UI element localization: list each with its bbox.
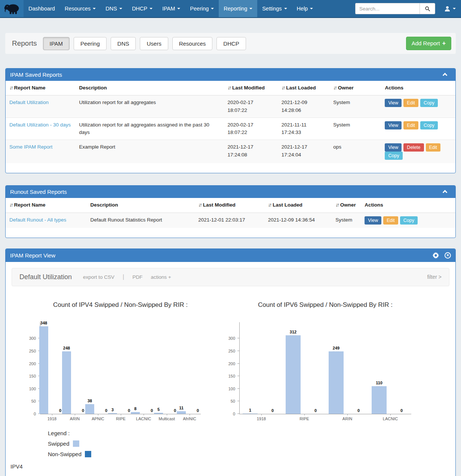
x-axis-label-1918: 1918 <box>245 416 278 421</box>
user-menu[interactable] <box>439 0 461 17</box>
column-header-description: Description <box>87 198 195 213</box>
bar-value-label: 3 <box>103 408 122 412</box>
copy-button[interactable]: Copy <box>385 152 402 160</box>
y-tick-label: 200 <box>222 361 235 366</box>
column-header-last-loaded[interactable]: ↓↑Last Loaded <box>264 198 332 213</box>
toolbar-link-export-to-csv[interactable]: export to CSV <box>83 274 114 280</box>
filter-toggle[interactable]: filter > <box>427 274 442 280</box>
column-header-report-name[interactable]: ↓↑Report Name <box>6 198 87 213</box>
ipam-saved-reports-heading: IPAM Saved Reports <box>6 68 455 81</box>
collapse-chevron-up-icon[interactable] <box>443 73 448 78</box>
tab-dns[interactable]: DNS <box>111 37 136 50</box>
tab-dhcp[interactable]: DHCP <box>216 37 246 50</box>
edit-button[interactable]: Edit <box>383 216 398 225</box>
collapse-chevron-up-icon[interactable] <box>443 190 448 195</box>
y-tick <box>237 414 240 414</box>
nav-item-reporting[interactable]: Reporting <box>219 0 257 17</box>
nav-item-peering[interactable]: Peering <box>185 0 219 17</box>
sort-icon: ↓↑ <box>227 85 230 91</box>
table-row: Default UtilizationUtilization report fo… <box>6 95 455 118</box>
app-logo[interactable] <box>0 0 24 17</box>
view-button[interactable]: View <box>385 143 402 152</box>
plus-icon: + <box>442 40 446 46</box>
panel-title: IPAM Report View <box>10 252 55 259</box>
report-name-link[interactable]: Default Utilization - 30 days <box>9 122 71 128</box>
view-button[interactable]: View <box>365 216 381 225</box>
nav-item-dhcp[interactable]: DHCP <box>127 0 157 17</box>
chevron-down-icon <box>284 8 287 9</box>
page-title: Reports <box>12 39 37 48</box>
nav-item-ipam[interactable]: IPAM <box>157 0 185 17</box>
nav-item-help[interactable]: Help <box>292 0 318 17</box>
bar-value-label: 11 <box>172 406 191 410</box>
report-view-body: Default Utilization export to CSV|PDFact… <box>6 262 455 476</box>
search-input[interactable] <box>355 3 419 14</box>
bar-chart: Count of IPV4 Swipped / Non-Swipped By R… <box>22 301 201 414</box>
bar-value-label: 0 <box>349 408 368 413</box>
toolbar-link-pdf[interactable]: PDF <box>132 274 142 280</box>
tab-users[interactable]: Users <box>140 37 168 50</box>
y-tick-label: 0 <box>23 412 36 416</box>
report-description: Example Report <box>75 140 224 164</box>
table-row: Some IPAM ReportExample Report2021-12-17… <box>6 140 455 164</box>
edit-button[interactable]: Edit <box>403 121 418 129</box>
x-tick <box>347 414 348 415</box>
owner-cell: ops <box>329 140 381 164</box>
tab-resources[interactable]: Resources <box>172 37 213 50</box>
sort-icon: ↓↑ <box>333 85 336 91</box>
column-header-owner[interactable]: ↓↑Owner <box>332 198 361 213</box>
x-axis-label-ripe: RIPE <box>288 416 321 421</box>
report-name-link[interactable]: Default Utilization <box>9 100 49 105</box>
y-tick-label: 150 <box>23 374 36 378</box>
bar-value-label: 312 <box>284 330 302 334</box>
tab-peering[interactable]: Peering <box>74 37 107 50</box>
sort-icon: ↓↑ <box>9 85 12 91</box>
ipam-reports-table: ↓↑Report NameDescription↓↑Last Modified↓… <box>6 81 455 163</box>
view-button[interactable]: View <box>385 99 402 107</box>
tab-ipam[interactable]: IPAM <box>43 37 70 50</box>
nav-item-dashboard[interactable]: Dashboard <box>24 0 60 17</box>
copy-button[interactable]: Copy <box>420 99 438 107</box>
actions-cell: ViewEditCopy <box>381 118 455 140</box>
nav-item-settings[interactable]: Settings <box>257 0 292 17</box>
copy-button[interactable]: Copy <box>420 121 438 129</box>
chevron-down-icon <box>93 8 96 9</box>
owner-cell: System <box>329 118 381 140</box>
y-tick <box>237 363 240 364</box>
nav-item-resources[interactable]: Resources <box>60 0 101 17</box>
bar-value-label: 249 <box>327 346 345 350</box>
chevron-down-icon <box>150 8 153 9</box>
report-toolbar: Default Utilization export to CSV|PDFact… <box>12 268 449 286</box>
toolbar-link-actions[interactable]: actions + <box>151 274 171 280</box>
panel-title: Runout Saved Reports <box>10 189 67 195</box>
report-name-link[interactable]: Default Runout - All types <box>9 217 66 223</box>
gear-icon[interactable] <box>432 252 439 259</box>
bar-swipped-arin <box>62 351 71 414</box>
legend-swatch <box>73 440 79 447</box>
edit-button[interactable]: Edit <box>426 143 441 152</box>
x-tick <box>98 414 98 415</box>
add-report-button[interactable]: Add Report+ <box>406 37 451 50</box>
y-tick-label: 100 <box>222 387 235 391</box>
nav-item-dns[interactable]: DNS <box>101 0 127 17</box>
column-header-report-name[interactable]: ↓↑Report Name <box>6 81 75 95</box>
column-header-owner[interactable]: ↓↑Owner <box>329 81 381 95</box>
section-label-ipv4: IPV4 <box>10 463 449 470</box>
delete-button[interactable]: Delete <box>403 143 424 152</box>
report-name-link[interactable]: Some IPAM Report <box>9 144 52 150</box>
column-header-last-loaded[interactable]: ↓↑Last Loaded <box>278 81 329 95</box>
view-button[interactable]: View <box>385 121 402 129</box>
legend-swatch <box>85 451 91 457</box>
legend-label: Swipped <box>48 440 70 447</box>
last-modified-cell: 2020-02-17 18:07:22 <box>224 118 277 140</box>
search-button[interactable] <box>419 3 435 14</box>
y-tick-label: 250 <box>23 349 36 353</box>
column-header-last-modified[interactable]: ↓↑Last Modified <box>194 198 264 213</box>
edit-button[interactable]: Edit <box>403 99 418 107</box>
close-icon[interactable]: × <box>445 252 451 259</box>
bar-swipped-ripe <box>108 413 117 414</box>
copy-button[interactable]: Copy <box>400 216 418 225</box>
column-header-last-modified[interactable]: ↓↑Last Modified <box>224 81 277 95</box>
y-tick <box>237 351 240 351</box>
bar-swipped-arin <box>329 351 344 414</box>
